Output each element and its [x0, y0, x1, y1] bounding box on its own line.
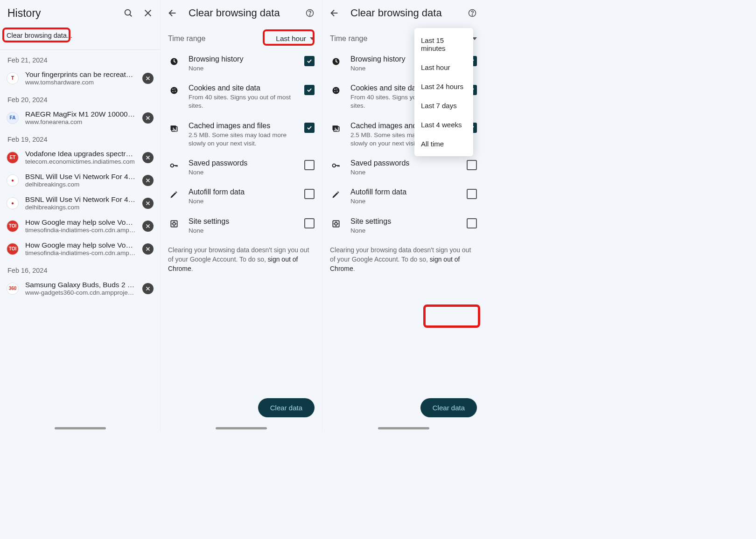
svg-point-29 — [175, 91, 175, 92]
history-item-title: Vodafone Idea upgrades spectrum … — [25, 150, 136, 158]
time-option[interactable]: All time — [414, 134, 473, 153]
favicon: TOI — [7, 243, 19, 255]
option-title: Saved passwords — [350, 159, 458, 167]
data-type-row: Saved passwords None — [322, 153, 484, 182]
time-option[interactable]: Last 15 minutes — [414, 31, 473, 58]
time-range-dropdown[interactable]: Last hour — [276, 35, 315, 43]
clear-data-button[interactable]: Clear data — [420, 398, 477, 417]
back-icon[interactable] — [166, 7, 179, 20]
history-item[interactable]: ET Vodafone Idea upgrades spectrum … tel… — [0, 146, 160, 169]
option-subtitle: From 40 sites. Signs you out of most sit… — [189, 93, 296, 110]
svg-point-26 — [172, 89, 173, 90]
history-item[interactable]: ● BSNL Will Use Vi Network For 4G a… del… — [0, 192, 160, 214]
remove-icon[interactable] — [142, 283, 154, 294]
checkbox[interactable] — [304, 218, 315, 228]
data-type-row: Autofill form data None — [322, 182, 484, 211]
time-range-value: Last hour — [276, 35, 306, 43]
key-icon — [330, 159, 342, 170]
clear-browsing-data-link[interactable]: Clear browsing data... — [4, 30, 75, 41]
remove-icon[interactable] — [142, 73, 154, 84]
favicon: ● — [7, 197, 19, 209]
time-option[interactable]: Last hour — [414, 58, 473, 77]
history-item-title: How Google may help solve Vodafo… — [25, 218, 136, 227]
checkbox[interactable] — [304, 85, 315, 95]
option-subtitle: None — [350, 168, 458, 177]
svg-point-22 — [309, 15, 310, 15]
favicon: T — [7, 72, 19, 84]
gear-icon — [330, 217, 342, 228]
help-icon[interactable] — [303, 7, 316, 20]
svg-marker-23 — [310, 37, 315, 40]
data-type-row: Browsing history None — [161, 49, 322, 78]
cookie-icon — [168, 84, 180, 95]
close-icon[interactable] — [141, 7, 154, 20]
footer-note: Clearing your browsing data doesn't sign… — [161, 241, 322, 278]
history-item-title: Samsung Galaxy Buds, Buds 2 Pro, … — [25, 281, 136, 289]
nav-bar-indicator — [216, 427, 267, 429]
checkbox[interactable] — [467, 189, 477, 199]
data-type-row: Site settings None — [322, 212, 484, 241]
remove-icon[interactable] — [142, 152, 154, 163]
pen-icon — [330, 188, 342, 199]
favicon: ET — [7, 152, 19, 164]
checkbox[interactable] — [304, 160, 315, 170]
time-range-menu: Last 15 minutesLast hourLast 24 hoursLas… — [414, 28, 473, 156]
time-option[interactable]: Last 24 hours — [414, 77, 473, 96]
favicon: 360 — [7, 283, 19, 295]
search-icon[interactable] — [122, 7, 135, 20]
key-icon — [168, 159, 180, 170]
history-list: Feb 21, 2024T Your fingerprints can be r… — [0, 50, 160, 300]
svg-point-25 — [171, 87, 178, 94]
history-item-url: timesofindia-indiatimes-com.cdn.ampproj… — [25, 227, 136, 234]
clear-data-panel-open: Clear browsing data Time range x Browsin… — [322, 0, 484, 431]
history-date-header: Feb 20, 2024 — [0, 90, 160, 106]
option-title: Site settings — [350, 217, 458, 226]
history-item-url: www-gadgets360-com.cdn.ampproject.org — [25, 289, 136, 296]
checkbox[interactable] — [304, 56, 315, 66]
history-item-url: timesofindia-indiatimes-com.cdn.ampproj… — [25, 249, 136, 256]
favicon: ● — [7, 174, 19, 187]
remove-icon[interactable] — [142, 221, 154, 232]
time-option[interactable]: Last 4 weeks — [414, 115, 473, 134]
remove-icon[interactable] — [142, 198, 154, 209]
image-icon — [168, 122, 180, 133]
option-title: Autofill form data — [189, 188, 296, 196]
remove-icon[interactable] — [142, 243, 154, 255]
history-item[interactable]: TOI How Google may help solve Vodafo… ti… — [0, 214, 160, 237]
remove-icon[interactable] — [142, 175, 154, 186]
data-type-row: Saved passwords None — [161, 153, 322, 182]
history-item[interactable]: T Your fingerprints can be recreated f… … — [0, 67, 160, 90]
svg-point-50 — [336, 89, 337, 90]
svg-point-51 — [335, 91, 336, 92]
nav-bar-indicator — [378, 427, 429, 429]
checkbox[interactable] — [304, 189, 315, 199]
history-item[interactable]: FA RAEGR MagFix M1 20W 10000mAh… www.fon… — [0, 106, 160, 129]
help-icon[interactable] — [466, 7, 479, 20]
time-range-label: Time range — [330, 35, 367, 43]
history-panel: History Clear browsing data... Feb 21, 2… — [0, 0, 161, 431]
cbd-title: Clear browsing data — [189, 7, 303, 19]
option-subtitle: None — [350, 227, 458, 235]
remove-icon[interactable] — [142, 112, 154, 124]
history-date-header: Feb 19, 2024 — [0, 129, 160, 146]
history-item[interactable]: TOI How Google may help solve Vodafo… ti… — [0, 237, 160, 260]
history-item[interactable]: ● BSNL Will Use Vi Network For 4G a… del… — [0, 169, 160, 192]
option-title: Site settings — [189, 217, 296, 226]
data-type-row: Site settings None — [161, 212, 322, 241]
data-type-row: Cookies and site data From 40 sites. Sig… — [161, 78, 322, 116]
svg-point-48 — [333, 87, 340, 94]
history-item-title: Your fingerprints can be recreated f… — [25, 70, 136, 79]
history-item[interactable]: 360 Samsung Galaxy Buds, Buds 2 Pro, … w… — [0, 277, 160, 300]
checkbox[interactable] — [467, 160, 477, 170]
history-item-title: BSNL Will Use Vi Network For 4G a… — [25, 195, 136, 204]
option-subtitle: None — [350, 197, 458, 206]
cookie-icon — [330, 84, 342, 95]
checkbox[interactable] — [467, 218, 477, 228]
option-title: Cached images and files — [189, 122, 296, 130]
checkbox[interactable] — [304, 123, 315, 133]
svg-point-32 — [173, 127, 174, 128]
back-icon[interactable] — [328, 7, 341, 20]
clear-data-button[interactable]: Clear data — [258, 398, 315, 417]
time-option[interactable]: Last 7 days — [414, 96, 473, 115]
option-subtitle: None — [189, 197, 296, 206]
